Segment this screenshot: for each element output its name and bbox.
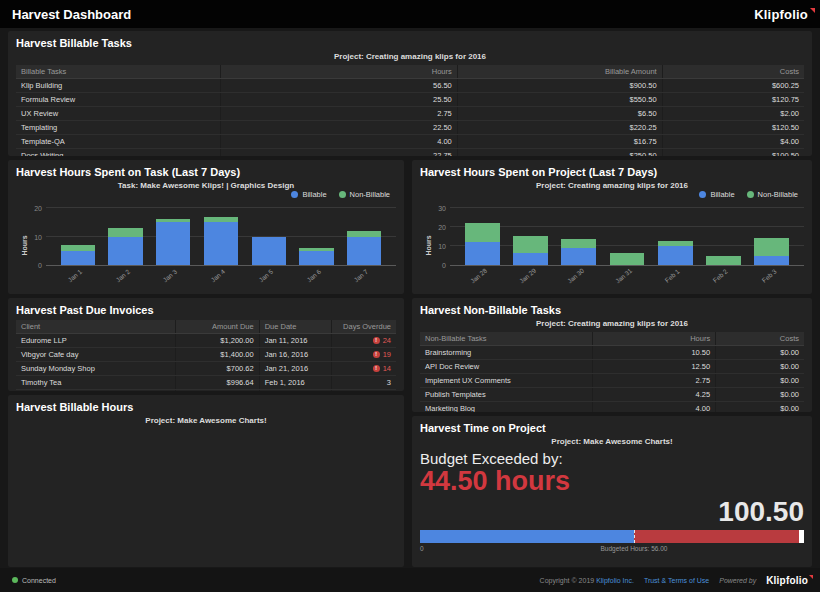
legend-label: Non-Billable [758,190,798,199]
bar-segment-non-billable [610,253,645,265]
table-cell: Vibgyor Cafe day [16,348,176,362]
bar-segment-non-billable [108,228,142,237]
bar-segment-billable [252,237,286,266]
footer-links: Copyright © 2019 Klipfolio Inc. Trust & … [540,575,808,586]
past-due-table: ClientAmount DueDue DateDays OverdueEdur… [16,320,396,391]
table-row: Templating22.50$220.25$120.50 [16,121,804,135]
table-cell: Publish Templates [420,388,593,402]
table-cell: Sunday Monday Shop [16,362,176,376]
table-cell: 10.50 [593,346,716,360]
table-cell: 56.50 [221,79,457,93]
powered-by-label: Powered by [719,577,756,584]
bar-segment-billable [465,242,500,265]
bar-segment-non-billable [513,236,548,253]
x-label-slot: Jan 3 [149,266,197,288]
bar-segment-non-billable [465,223,500,242]
budget-bar-overage-segment [634,530,799,543]
x-label-slot: Jan 28 [458,266,506,288]
billable-tasks-table: Billable TasksHoursBillable AmountCostsK… [16,65,804,156]
klipfolio-footer-logo[interactable]: Klipfolio [766,575,808,586]
y-tick-label: 0 [24,262,42,269]
connected-dot-icon [12,577,18,583]
bar-slot [555,208,603,265]
table-cell: Templating [16,121,221,135]
table-row: Sunday Monday Shop$700.62Jan 21, 2016!14 [16,362,396,376]
column-header: Hours [593,332,716,346]
panel-subtitle: Project: Make Awesome Charts! [420,437,804,446]
table-row: UX Review2.75$6.50$2.00 [16,107,804,121]
table-header-row: ClientAmount DueDue DateDays Overdue [16,320,396,334]
legend-dot-icon [699,191,706,198]
klipfolio-inc-link[interactable]: Klipfolio Inc. [596,577,634,584]
table-row: Docs Writing22.75$250.50$100.50 [16,149,804,157]
table-cell: $700.62 [176,362,260,376]
table-cell: Timothy Tea [16,376,176,390]
table-cell: $0.00 [716,360,804,374]
panel-title: Harvest Past Due Invoices [16,304,396,316]
table-cell: 3 [331,376,396,390]
table-cell: $0.00 [716,388,804,402]
table-cell: !24 [331,334,396,348]
table-cell: Giselle harwood store [16,390,176,392]
table-cell: 22.50 [221,121,457,135]
stacked-bar [156,208,190,265]
table-cell: $0.00 [716,374,804,388]
table-row: Template-QA4.00$16.75$4.00 [16,135,804,149]
bar-segment-non-billable [706,256,741,265]
x-tick-label: Jan 2 [114,268,137,291]
bar-segment-billable [204,222,238,265]
table-row: Giselle harwood store$1,242.04Feb 2, 201… [16,390,396,392]
bar-segment-non-billable [561,239,596,248]
x-tick-label: Jan 1 [66,268,89,291]
budget-bar-billable-segment [420,530,634,543]
budget-threshold-marker [634,530,635,543]
x-label-slot: Jan 5 [245,266,293,288]
bar-segment-billable [61,251,95,265]
x-label-slot: Jan 1 [54,266,102,288]
x-tick-label: Jan 7 [353,268,376,291]
x-tick-label: Jan 5 [257,268,280,291]
copyright-text: Copyright © 2019 Klipfolio Inc. [540,577,634,584]
table-cell: !19 [331,348,396,362]
x-labels: Jan 28Jan 29Jan 30Jan 31Feb 1Feb 2Feb 3 [450,266,804,288]
table-cell: API Doc Review [420,360,593,374]
bar-slot [458,208,506,265]
overdue-alert-icon: ! [373,351,380,358]
stacked-bar [108,208,142,265]
bar-segment-billable [108,237,142,266]
x-tick-label: Feb 1 [663,268,687,292]
column-header: Costs [662,65,804,79]
bar-segment-non-billable [754,238,789,256]
x-label-slot: Jan 31 [603,266,651,288]
table-cell: 12.50 [593,360,716,374]
panel-non-billable-tasks: Harvest Non-Billable Tasks Project: Crea… [412,298,812,412]
klipfolio-logo[interactable]: Klipfolio [754,7,808,22]
table-cell: Marketing Blog [420,402,593,413]
column-header: Hours [221,65,457,79]
column-header: Days Overdue [331,320,396,334]
table-cell: $2.00 [662,107,804,121]
copyright-prefix: Copyright © 2019 [540,577,595,584]
total-hours-value: 100.50 [420,498,804,526]
table-cell: $6.50 [457,107,662,121]
table-cell: !14 [331,362,396,376]
data-table: Non-Billable TasksHoursCostsBrainstormin… [420,332,804,412]
table-row: Formula Review25.50$550.50$120.75 [16,93,804,107]
legend-item: Non-Billable [747,190,798,199]
table-header-row: Non-Billable TasksHoursCosts [420,332,804,346]
table-cell: Klip Building [16,79,221,93]
column-header: Non-Billable Tasks [420,332,593,346]
stacked-bar [61,208,95,265]
y-tick-label: 10 [24,233,42,240]
stacked-bar [347,208,381,265]
x-label-slot: Jan 6 [293,266,341,288]
panel-subtitle: Project: Make Awesome Charts! [16,416,396,425]
table-cell: Edurome LLP [16,334,176,348]
bar-slot [54,208,102,265]
table-row: Marketing Blog4.00$0.00 [420,402,804,413]
trust-terms-link[interactable]: Trust & Terms of Use [644,577,709,584]
table-cell: Template-QA [16,135,221,149]
bars-container [450,208,804,265]
x-label-slot: Feb 3 [748,266,796,288]
bar-segment-billable [561,248,596,265]
